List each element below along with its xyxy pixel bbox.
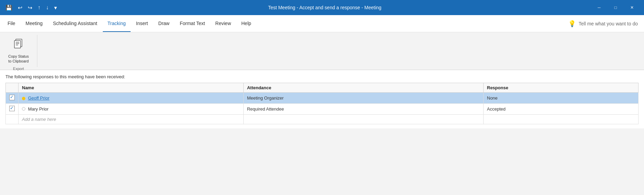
window-title: Test Meeting - Accept and send a respons…	[62, 5, 588, 10]
tracking-table: Name Attendance Response Geoff Prior Mee…	[5, 83, 639, 124]
close-button[interactable]: ✕	[624, 2, 640, 13]
row-attendance-mary: Required Attendee	[243, 104, 483, 115]
menu-draw[interactable]: Draw	[154, 15, 174, 32]
ribbon: Copy Statusto Clipboard Export	[0, 32, 644, 70]
menu-insert[interactable]: Insert	[131, 15, 153, 32]
copy-status-label: Copy Statusto Clipboard	[8, 54, 29, 64]
dropdown-icon[interactable]: ▾	[53, 4, 58, 12]
undo-icon[interactable]: ↩	[16, 4, 24, 12]
ribbon-group-export: Copy Statusto Clipboard Export	[0, 35, 37, 67]
search-placeholder: Tell me what you want to do	[579, 21, 638, 26]
col-header-attendance: Attendance	[243, 83, 483, 93]
menu-help[interactable]: Help	[236, 15, 256, 32]
lightbulb-icon: 💡	[568, 20, 576, 27]
menu-bar: File Meeting Scheduling Assistant Tracki…	[0, 15, 644, 32]
table-header-row: Name Attendance Response	[6, 83, 639, 93]
redo-icon[interactable]: ↪	[26, 4, 34, 12]
menu-review[interactable]: Review	[210, 15, 236, 32]
quick-access-toolbar: 💾 ↩ ↪ ↑ ↓ ▾	[4, 4, 58, 12]
table-row: Mary Prior Required Attendee Accepted	[6, 104, 639, 115]
menu-tracking[interactable]: Tracking	[103, 15, 131, 32]
checkbox-checked-icon	[9, 106, 15, 111]
add-name-attendance-cell	[243, 115, 483, 124]
ribbon-group-label-export: Export	[13, 65, 24, 71]
title-bar: 💾 ↩ ↪ ↑ ↓ ▾ Test Meeting - Accept and se…	[0, 0, 644, 15]
response-message: The following responses to this meeting …	[5, 74, 639, 79]
minimize-button[interactable]: ─	[591, 2, 607, 13]
menu-scheduling-assistant[interactable]: Scheduling Assistant	[48, 15, 102, 32]
add-name-row: Add a name here	[6, 115, 639, 124]
organizer-dot-icon	[22, 97, 25, 100]
table-row: Geoff Prior Meeting Organizer None	[6, 93, 639, 104]
name-mary-prior[interactable]: Mary Prior	[28, 106, 49, 112]
menu-format-text[interactable]: Format Text	[175, 15, 210, 32]
menu-file[interactable]: File	[3, 15, 20, 32]
menu-meeting[interactable]: Meeting	[21, 15, 48, 32]
col-header-response: Response	[483, 83, 638, 93]
copy-status-button[interactable]: Copy Statusto Clipboard	[5, 36, 32, 65]
row-response-geoff: None	[483, 93, 638, 104]
window-controls: ─ □ ✕	[591, 2, 640, 13]
row-response-mary: Accepted	[483, 104, 638, 115]
search-bar[interactable]: 💡 Tell me what you want to do	[565, 19, 641, 29]
name-geoff-prior[interactable]: Geoff Prior	[28, 95, 50, 101]
row-checkbox-geoff[interactable]	[6, 93, 19, 104]
save-icon[interactable]: 💾	[4, 4, 14, 12]
circle-icon	[22, 107, 25, 111]
copy-icon	[12, 38, 25, 53]
maximize-button[interactable]: □	[608, 2, 623, 13]
col-header-checkbox	[6, 83, 19, 93]
row-attendance-geoff: Meeting Organizer	[243, 93, 483, 104]
checkbox-checked-icon	[9, 95, 15, 100]
row-name-cell-geoff: Geoff Prior	[19, 93, 244, 104]
upload-icon[interactable]: ↑	[36, 4, 42, 11]
download-icon[interactable]: ↓	[45, 4, 50, 11]
row-name-cell-mary: Mary Prior	[19, 104, 244, 115]
add-name-checkbox-cell	[6, 115, 19, 124]
add-name-cell[interactable]: Add a name here	[19, 115, 244, 124]
svg-rect-1	[14, 41, 21, 48]
row-checkbox-mary[interactable]	[6, 104, 19, 115]
content-area: The following responses to this meeting …	[0, 70, 644, 128]
add-name-response-cell	[483, 115, 638, 124]
col-header-name: Name	[19, 83, 244, 93]
